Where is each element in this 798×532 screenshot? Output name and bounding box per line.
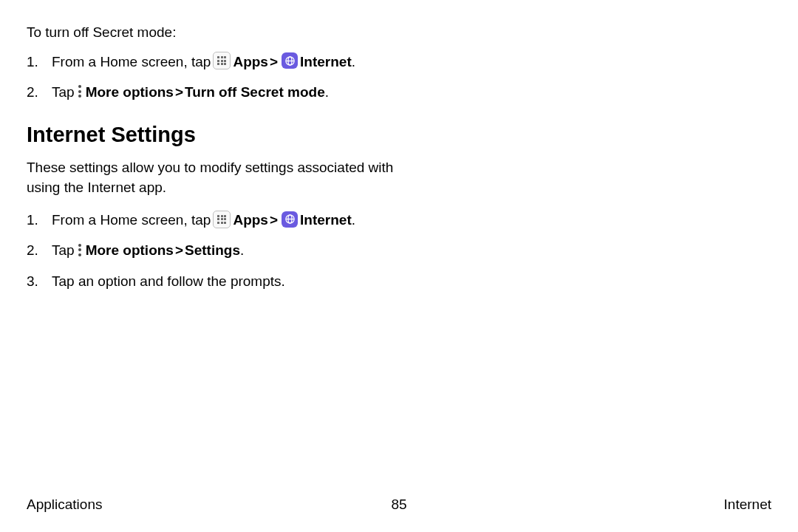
internet-icon bbox=[282, 211, 298, 228]
step-number: 2. bbox=[27, 82, 52, 103]
step-2: 2. Tap More options > Settings . bbox=[27, 240, 771, 261]
step-number: 2. bbox=[27, 240, 52, 261]
step-text: Tap an option and follow the prompts. bbox=[52, 271, 285, 292]
chevron-right-icon: > bbox=[270, 210, 278, 231]
internet-label: Internet bbox=[300, 52, 352, 72]
action-label: Settings bbox=[185, 240, 240, 261]
chevron-right-icon: > bbox=[175, 240, 183, 261]
apps-label: Apps bbox=[233, 210, 268, 231]
step-number: 3. bbox=[27, 271, 52, 292]
step-1: 1. From a Home screen, tap Apps > Intern… bbox=[27, 210, 771, 231]
step-number: 1. bbox=[27, 210, 52, 231]
page-number: 85 bbox=[391, 497, 406, 513]
apps-label: Apps bbox=[233, 52, 268, 72]
apps-icon bbox=[213, 211, 231, 228]
footer-left: Applications bbox=[27, 497, 102, 513]
more-options-label: More options bbox=[86, 240, 174, 261]
internet-label: Internet bbox=[300, 210, 352, 231]
step-end: . bbox=[352, 210, 355, 231]
page-footer: Applications 85 Internet bbox=[27, 497, 771, 513]
step-text: From a Home screen, tap bbox=[52, 210, 211, 231]
chevron-right-icon: > bbox=[175, 82, 183, 103]
step-2: 2. Tap More options > Turn off Secret mo… bbox=[27, 82, 771, 103]
step-end: . bbox=[240, 240, 244, 261]
step-end: . bbox=[325, 82, 329, 103]
step-text: Tap bbox=[52, 240, 75, 261]
more-options-icon bbox=[76, 242, 83, 257]
intro-text: To turn off Secret mode: bbox=[27, 22, 771, 43]
internet-icon bbox=[282, 52, 298, 69]
step-number: 1. bbox=[27, 52, 52, 72]
more-options-label: More options bbox=[86, 82, 174, 103]
document-page: To turn off Secret mode: 1. From a Home … bbox=[0, 0, 798, 291]
step-text: From a Home screen, tap bbox=[52, 52, 211, 72]
apps-icon bbox=[213, 52, 231, 69]
step-end: . bbox=[352, 52, 355, 72]
chevron-right-icon: > bbox=[270, 52, 278, 72]
steps-internet-settings: 1. From a Home screen, tap Apps > Intern… bbox=[27, 210, 771, 292]
more-options-icon bbox=[76, 84, 83, 99]
steps-turn-off: 1. From a Home screen, tap Apps > Intern… bbox=[27, 52, 771, 103]
action-label: Turn off Secret mode bbox=[185, 82, 325, 103]
section-description: These settings allow you to modify setti… bbox=[27, 157, 426, 198]
step-1: 1. From a Home screen, tap Apps > Intern… bbox=[27, 52, 771, 72]
step-3: 3. Tap an option and follow the prompts. bbox=[27, 271, 771, 292]
section-heading: Internet Settings bbox=[27, 119, 771, 150]
footer-right: Internet bbox=[724, 497, 771, 513]
step-text: Tap bbox=[52, 82, 75, 103]
